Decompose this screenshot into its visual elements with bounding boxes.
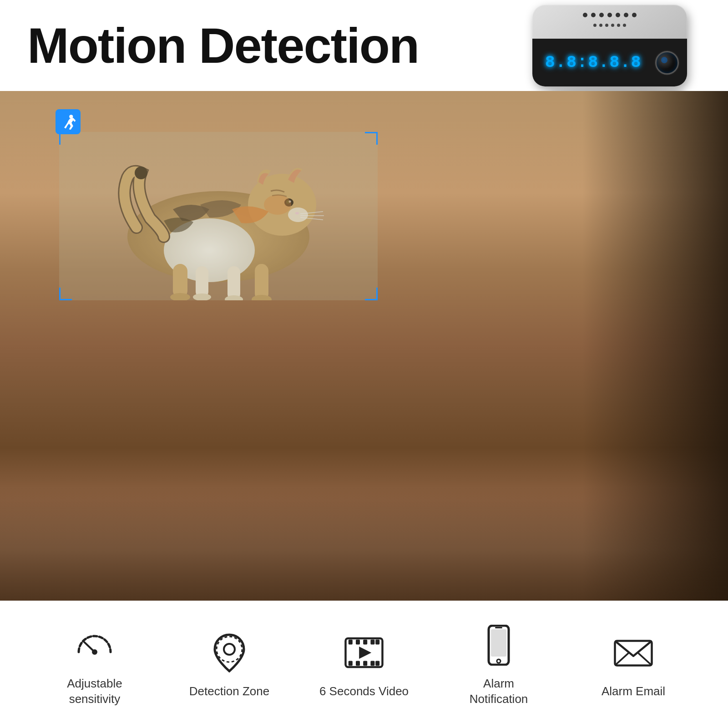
- svg-rect-40: [495, 627, 502, 628]
- film-strip-icon: [344, 636, 384, 670]
- camera-dot-small: [617, 24, 620, 27]
- envelope-icon: [613, 637, 654, 669]
- svg-point-23: [224, 644, 235, 655]
- running-figure-icon: [60, 114, 76, 130]
- svg-rect-27: [356, 640, 360, 645]
- main-image-area: [0, 91, 728, 601]
- location-icon-wrap: [207, 630, 252, 676]
- motion-detection-badge: [56, 109, 81, 134]
- svg-rect-35: [375, 661, 379, 666]
- feature-item-email: Alarm Email: [588, 630, 679, 699]
- svg-rect-31: [349, 661, 353, 666]
- svg-point-39: [497, 659, 500, 663]
- notification-label: Alarm Notification: [453, 676, 544, 707]
- svg-marker-36: [359, 647, 371, 659]
- svg-rect-26: [349, 640, 353, 645]
- camera-dot: [607, 13, 612, 17]
- sensitivity-label: Adjustable sensitivity: [49, 676, 140, 707]
- camera-dot: [624, 13, 628, 17]
- corner-br: [365, 288, 378, 300]
- camera-dot-small: [605, 24, 608, 27]
- camera-dot: [616, 13, 620, 17]
- camera-dot: [583, 13, 587, 17]
- svg-line-42: [615, 653, 629, 665]
- header-area: Motion Detection: [0, 0, 728, 91]
- svg-point-20: [69, 115, 73, 118]
- feature-item-detection-zone: Detection Zone: [184, 630, 275, 699]
- page-wrapper: Motion Detection: [0, 0, 728, 728]
- location-pin-icon: [211, 632, 248, 673]
- led-digit: 8.8:8.8.8: [545, 53, 642, 72]
- svg-line-43: [638, 653, 652, 665]
- gauge-icon-wrap: [72, 622, 117, 668]
- envelope-icon-wrap: [611, 630, 656, 676]
- email-label: Alarm Email: [602, 684, 665, 699]
- corner-tr: [365, 132, 378, 145]
- svg-rect-33: [363, 661, 367, 666]
- feature-item-video: 6 Seconds Video: [318, 630, 410, 699]
- camera-dot: [599, 13, 604, 17]
- camera-dot: [632, 13, 637, 17]
- video-icon-wrap: [341, 630, 387, 676]
- svg-rect-38: [491, 629, 506, 657]
- smartphone-icon: [485, 625, 512, 666]
- svg-rect-28: [363, 640, 367, 645]
- page-title: Motion Detection: [27, 20, 419, 71]
- camera-dot-small: [593, 24, 597, 27]
- camera-front-panel: 8.8:8.8.8: [532, 39, 687, 86]
- detection-zone-label: Detection Zone: [189, 684, 269, 699]
- camera-dot-small: [623, 24, 626, 27]
- svg-rect-32: [356, 661, 360, 666]
- svg-point-24: [217, 637, 242, 662]
- svg-rect-34: [370, 661, 374, 666]
- svg-point-22: [92, 649, 97, 655]
- dark-corner-bottom: [0, 487, 728, 601]
- camera-dot: [591, 13, 596, 17]
- phone-icon-wrap: [476, 622, 521, 668]
- camera-lens: [655, 51, 679, 75]
- camera-body: 8.8:8.8.8: [532, 5, 687, 86]
- led-display: 8.8:8.8.8: [541, 53, 651, 72]
- camera-dot-small: [599, 24, 602, 27]
- features-bar: Adjustable sensitivity Detection Zone: [0, 601, 728, 728]
- feature-item-sensitivity: Adjustable sensitivity: [49, 622, 140, 707]
- svg-rect-29: [370, 640, 374, 645]
- video-label: 6 Seconds Video: [319, 684, 409, 699]
- gauge-icon: [74, 625, 115, 666]
- camera-dots-top: [583, 13, 637, 17]
- detection-box: [59, 132, 378, 300]
- camera-dot-small: [611, 24, 614, 27]
- feature-item-notification: Alarm Notification: [453, 622, 544, 707]
- corner-bl: [59, 288, 72, 300]
- camera-dots-mid: [593, 24, 626, 27]
- svg-rect-30: [375, 640, 379, 645]
- camera-device: 8.8:8.8.8: [532, 5, 701, 105]
